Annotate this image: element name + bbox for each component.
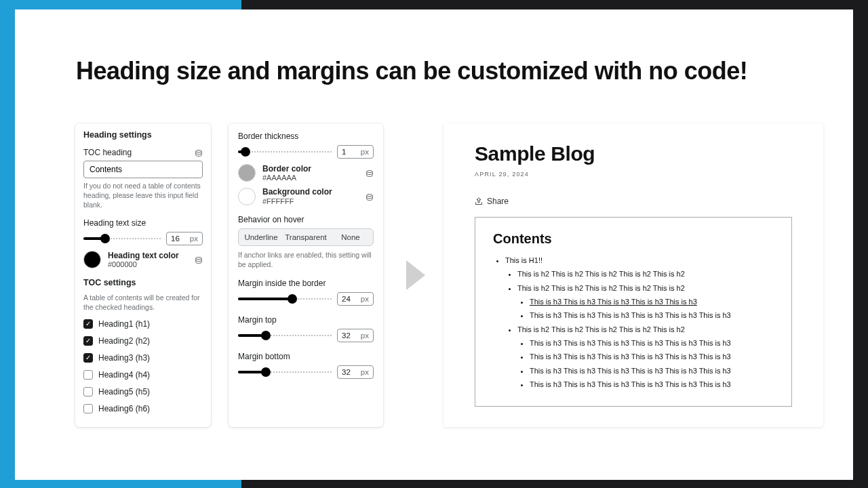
database-icon[interactable] [366, 193, 374, 200]
toc-item-h3[interactable]: This is h3 This is h3 This is h3 This is… [530, 364, 774, 378]
behavior-on-hover-label: Behavior on hover [238, 215, 374, 224]
share-icon [475, 197, 483, 205]
heading-text-size-slider[interactable] [83, 233, 161, 244]
toc-heading-label: TOC heading [83, 148, 132, 157]
svg-point-0 [196, 150, 202, 152]
panel-border-settings: Border thickness 1 px Border color #AAAA… [229, 123, 383, 427]
database-icon[interactable] [195, 149, 203, 156]
database-icon[interactable] [366, 169, 374, 176]
margin-bottom-label: Margin bottom [238, 352, 374, 361]
blog-date: APRIL 29, 2024 [475, 171, 792, 178]
checkbox-h4[interactable]: Heading4 (h4) [83, 370, 203, 380]
checkbox-label: Heading6 (h6) [98, 404, 150, 413]
toc-list: This is H1!! This is h2 This is h2 This … [493, 253, 774, 391]
checkbox-h1[interactable]: Heading1 (h1) [83, 319, 203, 329]
blog-title: Sample Blog [475, 142, 792, 165]
checkbox-icon [83, 353, 93, 363]
heading-text-color-label: Heading text color [108, 251, 188, 260]
behavior-option-underline[interactable]: Underline [239, 229, 283, 245]
checkbox-icon [83, 387, 93, 396]
margin-inside-slider[interactable] [238, 293, 332, 304]
toc-settings-title: TOC settings [83, 278, 203, 287]
slide: Heading size and margins can be customiz… [15, 9, 853, 480]
checkbox-label: Heading1 (h1) [98, 319, 150, 329]
behavior-option-transparent[interactable]: Transparent [283, 229, 328, 245]
heading-text-color-swatch[interactable] [83, 251, 101, 268]
toc-heading-help: If you do not need a table of contents h… [83, 181, 203, 210]
background-color-swatch[interactable] [238, 188, 256, 205]
behavior-segmented[interactable]: Underline Transparent None [238, 228, 374, 246]
toc-settings-help: A table of contents will be created for … [83, 293, 203, 312]
headline: Heading size and margins can be customiz… [76, 57, 747, 85]
margin-top-slider[interactable] [238, 330, 332, 341]
border-thickness-input[interactable]: 1 px [337, 145, 374, 159]
margin-top-input[interactable]: 32 px [337, 329, 374, 342]
checkbox-label: Heading5 (h5) [98, 387, 150, 396]
toc-item-h3[interactable]: This is h3 This is h3 This is h3 This is… [530, 378, 774, 391]
share-button[interactable]: Share [475, 197, 792, 206]
border-thickness-slider[interactable] [238, 146, 332, 157]
margin-top-label: Margin top [238, 315, 374, 325]
toc-item-h3[interactable]: This is h3 This is h3 This is h3 This is… [530, 336, 774, 350]
checkbox-h3[interactable]: Heading3 (h3) [83, 353, 203, 363]
margin-inside-label: Margin inside the border [238, 279, 374, 288]
heading-text-size-label: Heading text size [83, 218, 203, 228]
svg-point-2 [367, 171, 373, 173]
toc-heading: Contents [493, 231, 774, 247]
toc-item-h2[interactable]: This is h2 This is h2 This is h2 This is… [517, 323, 774, 336]
database-icon[interactable] [195, 256, 203, 263]
heading-settings-title: Heading settings [83, 130, 203, 140]
toc-item-h3[interactable]: This is h3 This is h3 This is h3 This is… [530, 295, 774, 308]
checkbox-icon [83, 319, 93, 329]
toc-box: Contents This is H1!! This is h2 This is… [475, 217, 792, 407]
toc-heading-label-row: TOC heading [83, 148, 203, 157]
toc-item-h1[interactable]: This is H1!! [505, 253, 774, 267]
svg-point-3 [367, 194, 373, 196]
checkbox-h5[interactable]: Heading5 (h5) [83, 387, 203, 396]
margin-bottom-input[interactable]: 32 px [337, 365, 374, 379]
preview-blog: Sample Blog APRIL 29, 2024 Share Content… [443, 123, 823, 427]
arrow-right-icon [406, 260, 425, 290]
panel-heading-settings: Heading settings TOC heading If you do n… [75, 123, 211, 427]
background-color-hex: #FFFFFF [262, 197, 359, 205]
share-label: Share [487, 197, 509, 206]
toc-heading-input[interactable] [83, 161, 203, 178]
background-color-label: Background color [262, 187, 359, 197]
toc-item-h3[interactable]: This is h3 This is h3 This is h3 This is… [530, 308, 774, 322]
checkbox-label: Heading3 (h3) [98, 353, 150, 363]
checkbox-icon [83, 404, 93, 413]
heading-text-color-hex: #000000 [108, 260, 188, 268]
checkbox-h6[interactable]: Heading6 (h6) [83, 404, 203, 413]
margin-bottom-slider[interactable] [238, 367, 332, 378]
border-color-label: Border color [262, 164, 359, 174]
toc-item-h2[interactable]: This is h2 This is h2 This is h2 This is… [517, 267, 774, 281]
toc-item-h3[interactable]: This is h3 This is h3 This is h3 This is… [530, 350, 774, 363]
margin-inside-input[interactable]: 24 px [337, 292, 374, 306]
checkbox-icon [83, 370, 93, 380]
border-color-swatch[interactable] [238, 164, 256, 182]
checkbox-label: Heading2 (h2) [98, 336, 150, 346]
checkbox-h2[interactable]: Heading2 (h2) [83, 336, 203, 346]
heading-text-size-input[interactable]: 16 px [166, 232, 203, 245]
border-thickness-label: Border thickness [238, 131, 374, 141]
border-color-hex: #AAAAAA [262, 174, 359, 182]
behavior-help: If anchor links are enabled, this settin… [238, 250, 374, 269]
checkbox-icon [83, 336, 93, 346]
svg-point-1 [196, 257, 202, 259]
behavior-option-none[interactable]: None [328, 229, 373, 245]
checkbox-label: Heading4 (h4) [98, 370, 150, 380]
toc-item-h2[interactable]: This is h2 This is h2 This is h2 This is… [517, 281, 774, 295]
